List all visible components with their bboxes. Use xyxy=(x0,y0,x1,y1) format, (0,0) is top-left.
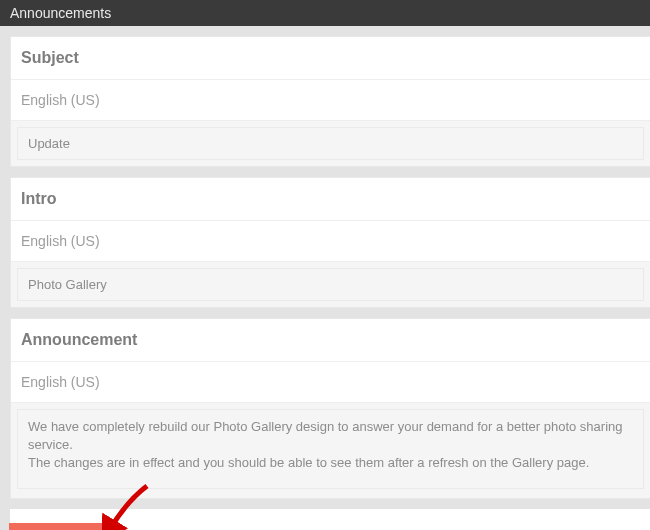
announcement-header: Announcement xyxy=(11,319,650,362)
announcement-panel: Announcement English (US) xyxy=(10,318,650,499)
topbar: Announcements xyxy=(0,0,650,26)
subject-lang-label: English (US) xyxy=(11,80,650,121)
submit-button[interactable]: Submit xyxy=(9,523,104,530)
announcement-lang-label: English (US) xyxy=(11,362,650,403)
subject-panel: Subject English (US) xyxy=(10,36,650,167)
subject-input-wrap xyxy=(11,121,650,166)
intro-input[interactable] xyxy=(17,268,644,301)
announcement-textarea[interactable] xyxy=(17,409,644,489)
page-title: Announcements xyxy=(10,5,111,21)
subject-input[interactable] xyxy=(17,127,644,160)
intro-lang-label: English (US) xyxy=(11,221,650,262)
intro-input-wrap xyxy=(11,262,650,307)
submit-area: Submit xyxy=(10,509,650,530)
subject-header: Subject xyxy=(11,37,650,80)
intro-header: Intro xyxy=(11,178,650,221)
intro-panel: Intro English (US) xyxy=(10,177,650,308)
announcement-textarea-wrap xyxy=(11,403,650,498)
